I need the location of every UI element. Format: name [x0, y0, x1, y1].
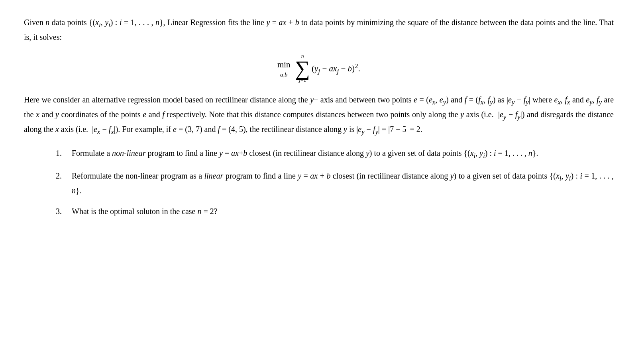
paragraph-1: Given n data points {(xi, yi) : i = 1, .… [24, 16, 614, 43]
page-content: Given n data points {(xi, yi) : i = 1, .… [24, 16, 614, 218]
list-item-2: 2. Reformulate the non-linear program as… [56, 169, 614, 197]
sum-expression: (yj − axj − b)2. [312, 60, 360, 77]
var-n: n [45, 18, 49, 27]
list-number-1: 1. [56, 147, 67, 161]
sum-operator: n ∑ j=1 [295, 53, 310, 84]
paragraph-2: Here we consider an alternative regressi… [24, 93, 614, 137]
list-number-3: 3. [56, 205, 67, 218]
list-item-3: 3. What is the optimal soluton in the ca… [56, 205, 614, 218]
problem-list: 1. Formulate a non-linear program to fin… [40, 147, 614, 217]
list-item-1: 1. Formulate a non-linear program to fin… [56, 147, 614, 161]
min-operator: min a,b [277, 58, 291, 79]
list-text-3: What is the optimal soluton in the case … [72, 205, 218, 218]
list-text-1: Formulate a non-linear program to find a… [72, 147, 538, 161]
list-text-2: Reformulate the non-linear program as a … [72, 169, 614, 197]
main-equation: min a,b n ∑ j=1 (yj − axj − b)2. [24, 53, 614, 84]
list-number-2: 2. [56, 169, 67, 197]
